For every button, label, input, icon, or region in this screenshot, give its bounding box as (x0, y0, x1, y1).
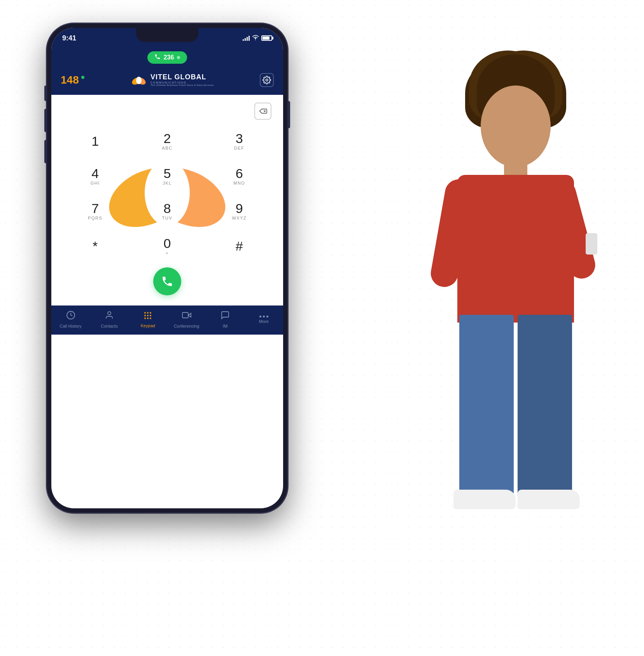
extension-status-dot (81, 76, 84, 79)
dial-key-8[interactable]: 8 TUV (131, 194, 203, 229)
app-header: 148 VITEL GLOBAL COMMUNICATIONS The Ulti… (51, 67, 283, 95)
battery-icon (261, 35, 272, 41)
vitel-logo-icon (130, 72, 147, 89)
svg-point-2 (136, 77, 142, 84)
svg-point-15 (147, 315, 149, 316)
svg-point-18 (147, 318, 149, 319)
nav-im-label: IM (223, 324, 228, 328)
svg-point-11 (144, 312, 146, 314)
volume-up-button (44, 109, 47, 132)
dial-key-star[interactable]: * (59, 229, 131, 263)
nav-im[interactable]: IM (212, 311, 239, 328)
logo-tagline: The Ultimate Business Cloud Voice & Data… (150, 84, 214, 87)
dial-key-7[interactable]: 7 PQRS (59, 194, 131, 229)
person-image (399, 31, 632, 633)
logo-area: VITEL GLOBAL COMMUNICATIONS The Ultimate… (130, 72, 214, 89)
status-icons (243, 35, 272, 42)
logo-brand-name: VITEL GLOBAL (150, 73, 214, 81)
call-status-dot (177, 56, 180, 59)
extension-display: 148 (61, 74, 84, 86)
dial-key-5[interactable]: 5 JKL (131, 159, 203, 194)
svg-point-16 (150, 315, 151, 316)
phone-icon-small (154, 54, 161, 61)
logo-subtitle: COMMUNICATIONS (150, 81, 214, 84)
dialpad-grid: 1 2 ABC 3 DEF (59, 124, 275, 263)
dial-key-0[interactable]: 0 + (131, 229, 203, 263)
nav-conferencing[interactable]: Conferencing (173, 311, 200, 328)
svg-point-10 (108, 312, 111, 315)
nav-keypad[interactable]: Keypad (134, 311, 161, 328)
status-time: 9:41 (62, 34, 76, 42)
extension-number: 148 (61, 74, 79, 86)
nav-more[interactable]: More (250, 316, 277, 324)
backspace-button[interactable] (254, 103, 271, 120)
nav-conferencing-label: Conferencing (174, 324, 199, 328)
svg-point-17 (144, 318, 146, 319)
phone-notch (136, 28, 198, 42)
clock-icon (66, 311, 75, 322)
signal-icon (243, 35, 250, 41)
power-button (288, 101, 290, 128)
chat-icon (220, 311, 230, 322)
dial-key-hash[interactable]: # (203, 229, 275, 263)
svg-point-14 (144, 315, 146, 316)
logo-text: VITEL GLOBAL COMMUNICATIONS The Ultimate… (150, 73, 214, 87)
dial-key-6[interactable]: 6 MNO (203, 159, 275, 194)
display-row (63, 103, 271, 120)
dialpad-area: 1 2 ABC 3 DEF (51, 95, 283, 305)
dial-key-2[interactable]: 2 ABC (131, 124, 203, 159)
active-call-pill[interactable]: 236 (147, 51, 187, 64)
svg-point-19 (150, 318, 151, 319)
nav-contacts[interactable]: Contacts (96, 311, 123, 328)
call-button[interactable] (153, 267, 181, 295)
active-call-number: 236 (164, 54, 174, 61)
dial-key-1[interactable]: 1 (59, 124, 131, 159)
video-icon (182, 311, 191, 322)
phone-frame: 9:41 (47, 23, 288, 630)
person-icon (105, 311, 114, 322)
dial-key-9[interactable]: 9 WXYZ (203, 194, 275, 229)
settings-button[interactable] (260, 73, 274, 87)
nav-contacts-label: Contacts (101, 324, 117, 328)
nav-call-history-label: Call History (60, 324, 82, 328)
svg-point-3 (266, 79, 268, 81)
silent-button (44, 85, 47, 101)
more-icon (259, 316, 268, 318)
wifi-icon (252, 35, 259, 42)
dial-key-4[interactable]: 4 GHI (59, 159, 131, 194)
svg-point-13 (150, 312, 151, 314)
call-button-row (63, 263, 271, 302)
nav-keypad-label: Keypad (141, 323, 155, 328)
nav-call-history[interactable]: Call History (57, 311, 84, 328)
bottom-nav: Call History Contacts (51, 305, 283, 335)
svg-rect-21 (182, 312, 188, 318)
svg-marker-20 (188, 313, 191, 317)
svg-point-12 (147, 312, 149, 314)
keypad-icon (143, 311, 152, 322)
active-call-banner: 236 (51, 48, 283, 67)
volume-down-button (44, 140, 47, 163)
dial-key-3[interactable]: 3 DEF (203, 124, 275, 159)
nav-more-label: More (259, 319, 269, 324)
